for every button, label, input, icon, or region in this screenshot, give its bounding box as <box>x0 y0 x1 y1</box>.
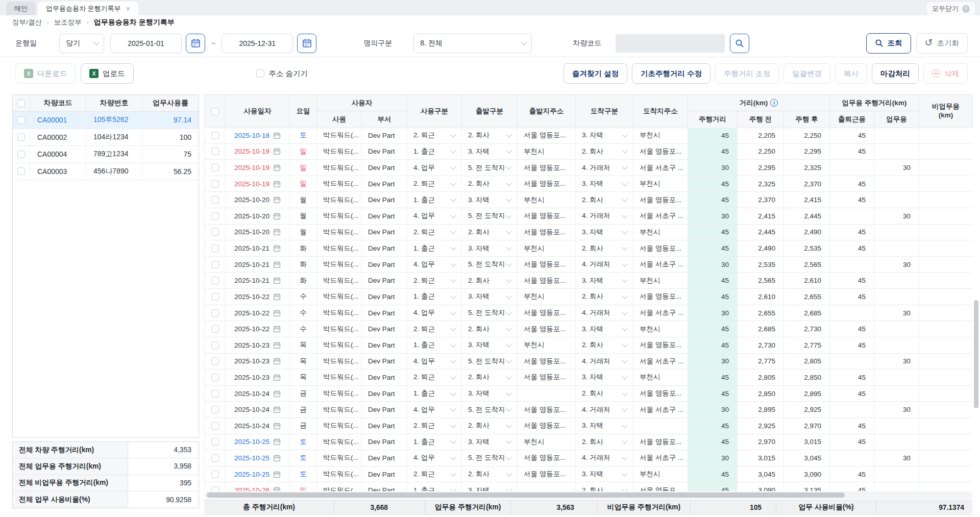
log-row-checkbox[interactable] <box>211 164 219 171</box>
log-row-checkbox[interactable] <box>211 406 219 413</box>
departure-type-cell[interactable]: 5. 전 도착지 <box>462 257 518 273</box>
vehicle-row[interactable]: CA00004789고123475 <box>13 146 199 163</box>
arrival-type-cell[interactable]: 4. 거래처 <box>576 305 633 321</box>
arrival-type-cell[interactable]: 2. 회사 <box>576 289 633 305</box>
calendar-icon[interactable] <box>273 164 281 171</box>
arrival-type-cell[interactable]: 2. 회사 <box>576 434 633 450</box>
departure-type-cell[interactable]: 2. 회사 <box>462 466 518 482</box>
copy-button[interactable]: 복사 <box>835 63 867 84</box>
close-tab-icon[interactable]: × <box>126 5 130 12</box>
period-select[interactable]: 당기 <box>59 34 104 53</box>
breadcrumb-item[interactable]: 보조장부 <box>54 18 82 27</box>
calendar-icon[interactable] <box>273 244 281 252</box>
calendar-icon[interactable] <box>273 228 281 236</box>
use-type-cell[interactable]: 1. 출근 <box>407 192 462 208</box>
use-type-cell[interactable]: 1. 출근 <box>407 337 462 353</box>
arrival-type-cell[interactable]: 3. 자택 <box>576 321 633 337</box>
horizontal-scrollbar[interactable] <box>204 491 972 499</box>
use-type-cell[interactable]: 4. 업무 <box>407 450 462 466</box>
use-date-cell[interactable]: 2025-10-20 <box>226 225 290 240</box>
departure-type-cell[interactable]: 3. 자택 <box>462 192 518 208</box>
departure-type-cell[interactable]: 5. 전 도착지 <box>462 354 518 370</box>
vehicle-row[interactable]: CA00002104라1234100 <box>13 129 199 146</box>
departure-type-cell[interactable]: 5. 전 도착지 <box>462 450 518 466</box>
calendar-icon[interactable] <box>273 147 281 155</box>
use-type-cell[interactable]: 1. 출근 <box>407 289 462 305</box>
use-type-cell[interactable]: 4. 업무 <box>407 354 462 370</box>
use-date-cell[interactable]: 2025-10-23 <box>226 354 290 370</box>
arrival-type-cell[interactable]: 4. 거래처 <box>576 257 633 273</box>
log-row-checkbox[interactable] <box>211 293 219 301</box>
departure-type-cell[interactable]: 3. 자택 <box>462 386 518 402</box>
arrival-type-cell[interactable]: 3. 자택 <box>576 273 633 288</box>
departure-type-cell[interactable]: 2. 회사 <box>462 225 518 240</box>
use-date-cell[interactable]: 2025-10-23 <box>226 370 290 385</box>
calendar-icon[interactable] <box>273 180 281 188</box>
departure-type-cell[interactable]: 2. 회사 <box>462 273 518 288</box>
use-type-cell[interactable]: 4. 업무 <box>407 305 462 321</box>
use-type-cell[interactable]: 4. 업무 <box>407 160 462 176</box>
breadcrumb-item[interactable]: 장부/결산 <box>12 18 42 27</box>
calendar-icon[interactable] <box>273 132 281 139</box>
arrival-type-cell[interactable]: 4. 거래처 <box>576 402 633 417</box>
horizontal-scrollbar-thumb[interactable] <box>207 493 845 498</box>
log-row-checkbox[interactable] <box>211 132 219 139</box>
use-type-cell[interactable]: 2. 퇴근 <box>407 225 462 240</box>
calendar-icon[interactable] <box>273 438 281 446</box>
arrival-type-cell[interactable]: 2. 회사 <box>576 240 633 256</box>
departure-type-cell[interactable]: 2. 회사 <box>462 176 518 192</box>
use-type-cell[interactable]: 2. 퇴근 <box>407 321 462 337</box>
use-date-cell[interactable]: 2025-10-19 <box>226 144 290 160</box>
log-row-checkbox[interactable] <box>211 277 219 284</box>
use-date-cell[interactable]: 2025-10-24 <box>226 402 290 417</box>
vertical-scrollbar-thumb[interactable] <box>974 300 978 408</box>
departure-type-cell[interactable]: 5. 전 도착지 <box>462 160 518 176</box>
calendar-icon[interactable] <box>273 406 281 413</box>
tab-vehicle-log[interactable]: 업무용승용차 운행기록부 × <box>38 2 138 15</box>
search-button[interactable]: 조회 <box>866 33 911 54</box>
calendar-icon[interactable] <box>273 341 281 349</box>
calendar-icon[interactable] <box>273 261 281 268</box>
log-row-checkbox[interactable] <box>211 309 219 317</box>
log-row-checkbox[interactable] <box>211 147 219 155</box>
arrival-type-cell[interactable]: 4. 거래처 <box>576 354 633 370</box>
date-to-calendar-button[interactable] <box>297 34 316 53</box>
departure-type-cell[interactable]: 3. 자택 <box>462 289 518 305</box>
arrival-type-cell[interactable]: 2. 회사 <box>576 144 633 160</box>
log-row-checkbox[interactable] <box>211 390 219 398</box>
departure-type-cell[interactable]: 5. 전 도착지 <box>462 208 518 224</box>
log-row-checkbox[interactable] <box>211 341 219 349</box>
use-type-cell[interactable]: 2. 퇴근 <box>407 466 462 482</box>
use-date-cell[interactable]: 2025-10-25 <box>226 466 290 482</box>
log-row-checkbox[interactable] <box>211 438 219 446</box>
departure-type-cell[interactable]: 2. 회사 <box>462 321 518 337</box>
use-type-cell[interactable]: 1. 출근 <box>407 434 462 450</box>
departure-type-cell[interactable]: 3. 자택 <box>462 240 518 256</box>
log-select-all-checkbox[interactable] <box>211 108 219 115</box>
log-row-checkbox[interactable] <box>211 244 219 252</box>
calendar-icon[interactable] <box>273 374 281 381</box>
calendar-icon[interactable] <box>273 277 281 284</box>
arrival-type-cell[interactable]: 3. 자택 <box>576 466 633 482</box>
favorites-settings-button[interactable]: 즐겨찾기 설정 <box>564 63 627 84</box>
download-button[interactable]: X 다운로드 <box>15 63 76 84</box>
owner-type-select[interactable]: 8. 전체 <box>413 34 532 53</box>
date-to-input[interactable]: 2025-12-31 <box>222 34 293 53</box>
calendar-icon[interactable] <box>273 454 281 462</box>
arrival-type-cell[interactable]: 2. 회사 <box>576 386 633 402</box>
adjust-distance-button[interactable]: 주행거리 조정 <box>715 63 779 84</box>
log-row-checkbox[interactable] <box>211 454 219 462</box>
use-type-cell[interactable]: 4. 업무 <box>407 402 462 417</box>
log-row-checkbox[interactable] <box>211 212 219 220</box>
calendar-icon[interactable] <box>273 196 281 204</box>
log-row-checkbox[interactable] <box>211 471 219 478</box>
departure-type-cell[interactable]: 3. 자택 <box>462 337 518 353</box>
use-type-cell[interactable]: 2. 퇴근 <box>407 128 462 143</box>
date-from-input[interactable]: 2025-01-01 <box>110 34 182 53</box>
hide-address-checkbox[interactable] <box>256 69 264 78</box>
bulk-change-button[interactable]: 일괄변경 <box>783 63 830 84</box>
use-date-cell[interactable]: 2025-10-23 <box>226 337 290 353</box>
closing-process-button[interactable]: 마감처리 <box>872 63 919 84</box>
use-date-cell[interactable]: 2025-10-24 <box>226 418 290 434</box>
use-date-cell[interactable]: 2025-10-21 <box>226 273 290 288</box>
